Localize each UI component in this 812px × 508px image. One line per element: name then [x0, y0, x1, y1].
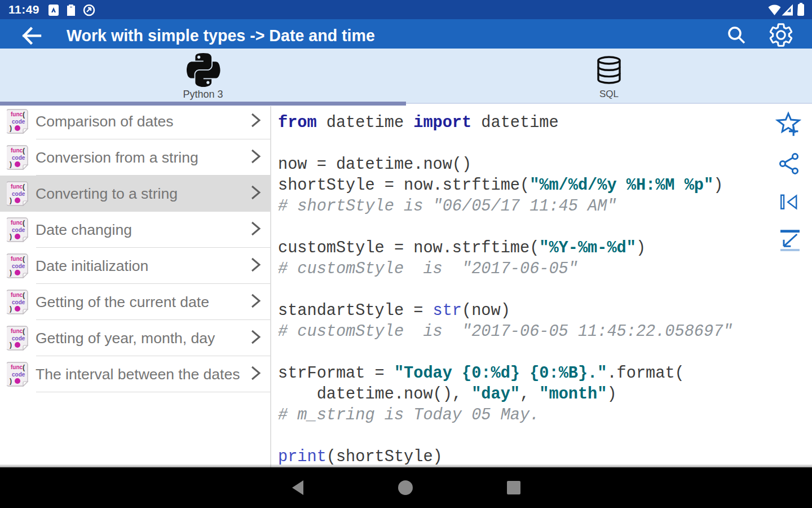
svg-text:): )	[10, 341, 12, 349]
svg-text:): )	[10, 377, 12, 385]
svg-text:code: code	[12, 119, 25, 125]
svg-text:func: func	[11, 256, 23, 262]
svg-text:): )	[10, 160, 12, 168]
svg-text:code: code	[12, 371, 25, 378]
svg-text:(: (	[23, 183, 25, 191]
svg-text:func: func	[11, 328, 23, 334]
svg-text:(: (	[23, 327, 25, 335]
svg-text:func: func	[11, 220, 23, 226]
svg-text:(: (	[23, 364, 25, 371]
svg-text:(: (	[23, 291, 25, 299]
svg-text:): )	[10, 305, 12, 313]
svg-text:code: code	[12, 191, 25, 197]
svg-text:(: (	[23, 147, 25, 155]
svg-text:(: (	[23, 219, 25, 227]
svg-text:code: code	[12, 299, 25, 305]
svg-text:(: (	[23, 255, 25, 263]
svg-text:): )	[10, 196, 12, 204]
svg-text:): )	[10, 233, 12, 240]
svg-text:func: func	[11, 364, 23, 370]
svg-text:func: func	[11, 183, 23, 190]
svg-text:code: code	[12, 227, 25, 233]
svg-text:): )	[10, 124, 12, 132]
svg-text:code: code	[12, 155, 25, 161]
svg-text:code: code	[12, 335, 25, 341]
svg-text:): )	[10, 269, 12, 277]
svg-text:func: func	[11, 111, 23, 117]
svg-text:code: code	[12, 263, 25, 269]
svg-text:(: (	[23, 111, 25, 119]
svg-text:func: func	[11, 147, 23, 154]
svg-text:func: func	[11, 292, 23, 298]
